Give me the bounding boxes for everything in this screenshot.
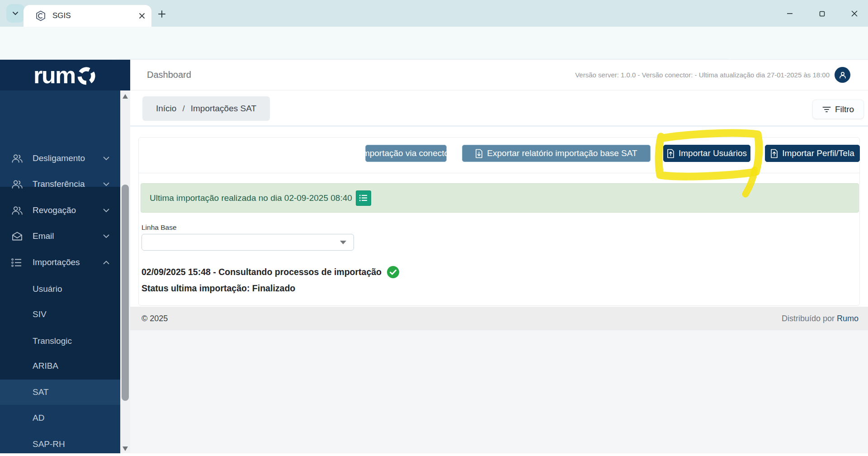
tab-close-icon[interactable] <box>139 13 145 19</box>
sidebar-item-label: ARIBA <box>33 361 120 371</box>
button-label: Importar Usuários <box>679 148 747 158</box>
users-icon <box>11 179 23 190</box>
file-up-icon <box>770 149 778 158</box>
sidebar-item-revogacao[interactable]: Revogação <box>0 198 120 223</box>
sidebar: DesligamentoTransferênciaRevogaçãoEmailI… <box>0 60 130 456</box>
version-text: Versão server: 1.0.0 - Versão conector: … <box>575 71 830 79</box>
sidebar-item-importacoes[interactable]: Importações <box>0 250 120 275</box>
sidebar-item-sat[interactable]: SAT <box>0 380 120 405</box>
sgis-favicon-icon <box>35 10 46 21</box>
sidebar-item-usuario[interactable]: Usuário <box>0 276 120 302</box>
chevron-down-icon <box>103 209 109 213</box>
sidebar-item-label: SIV <box>33 309 120 319</box>
sidebar-item-sap-rh[interactable]: SAP-RH <box>0 432 120 456</box>
status-line-1: 02/09/2025 15:48 - Consultando processos… <box>142 266 399 278</box>
linha-base-select[interactable] <box>142 234 354 251</box>
browser-toolbar: sgis.web.rumolog.com/#/importacaoSAT <box>0 27 868 60</box>
sidebar-item-label: Revogação <box>33 205 103 215</box>
filter-button-label: Filtro <box>835 104 854 114</box>
status-line-2-text: Status ultima importação: Finalizado <box>142 283 295 294</box>
breadcrumb: Início / Importações SAT <box>142 96 270 121</box>
status-line-2: Status ultima importação: Finalizado <box>142 283 295 294</box>
sidebar-item-desligamento[interactable]: Desligamento <box>0 146 120 171</box>
sidebar-item-siv[interactable]: SIV <box>0 302 120 327</box>
screen: SGIS <box>0 0 868 456</box>
footer: © 2025 Distribuído por Rumo <box>130 307 868 330</box>
users-icon <box>11 205 23 216</box>
distributed-by-text: Distribuído por Rumo <box>782 314 859 323</box>
tab-title: SGIS <box>52 11 139 20</box>
breadcrumb-home-link[interactable]: Início <box>156 104 176 114</box>
logo-band: rum <box>0 60 130 90</box>
list-icon <box>11 258 23 267</box>
rumo-link[interactable]: Rumo <box>837 314 859 323</box>
copyright-text: © 2025 <box>142 314 168 323</box>
sidebar-item-label: Usuário <box>33 284 120 294</box>
sidebar-item-label: SAT <box>33 387 120 397</box>
tab-search-button[interactable] <box>6 4 24 23</box>
rumo-logo: rum <box>33 63 75 87</box>
importar-usuarios-button[interactable]: Importar Usuários <box>663 145 750 162</box>
button-label: Importar Perfil/Tela <box>782 148 854 158</box>
filter-icon <box>822 106 831 113</box>
sidebar-item-ariba[interactable]: ARIBA <box>0 353 120 379</box>
sidebar-item-transferencia[interactable]: Transferência <box>0 171 120 197</box>
sidebar-item-label: Importações <box>33 257 103 267</box>
sidebar-item-label: Desligamento <box>33 153 103 163</box>
person-icon <box>838 71 847 80</box>
chevron-down-icon <box>103 234 109 238</box>
button-label: Exportar relatório importação base SAT <box>487 148 637 158</box>
breadcrumb-current: Importações SAT <box>191 104 256 114</box>
chevron-up-icon <box>103 261 109 265</box>
button-label: Importação via conector <box>360 148 452 158</box>
content-card <box>138 137 860 306</box>
browser-tab-strip: SGIS <box>0 0 868 27</box>
window-minimize-button[interactable] <box>779 5 801 22</box>
breadcrumb-separator: / <box>182 104 184 114</box>
sidebar-item-translogic[interactable]: Translogic <box>0 328 120 354</box>
user-avatar-button[interactable] <box>835 67 850 83</box>
file-up-icon <box>667 149 675 158</box>
scrollbar-up-icon[interactable] <box>123 94 128 99</box>
select-caret-icon <box>340 241 346 244</box>
chevron-down-icon <box>103 157 109 161</box>
chevron-down-icon <box>12 11 19 15</box>
sidebar-item-label: AD <box>33 413 120 423</box>
browser-tab[interactable]: SGIS <box>24 5 151 27</box>
page-title: Dashboard <box>147 70 191 80</box>
success-alert: Ultima importação realizada no dia 02-09… <box>141 183 859 213</box>
chevron-down-icon <box>103 182 109 186</box>
window-maximize-button[interactable] <box>811 5 833 22</box>
sidebar-item-label: SAP-RH <box>33 439 120 449</box>
status-line-1-text: 02/09/2025 15:48 - Consultando processos… <box>142 267 382 277</box>
users-icon <box>11 153 23 164</box>
exportar-relatorio-importacao-base-sat-button[interactable]: Exportar relatório importação base SAT <box>462 145 651 162</box>
sidebar-item-label: Email <box>33 231 103 241</box>
mail-icon <box>11 231 23 241</box>
rumo-logo-swirl-icon <box>76 65 97 86</box>
app-header: Dashboard Versão server: 1.0.0 - Versão … <box>130 60 868 90</box>
new-tab-button[interactable] <box>155 7 169 21</box>
sidebar-item-label: Transferência <box>33 179 103 189</box>
section-divider <box>130 125 868 127</box>
check-circle-icon <box>387 266 399 278</box>
importacao-via-conector-button[interactable]: Importação via conector <box>365 145 447 162</box>
file-down-icon <box>475 149 483 158</box>
sidebar-scrollbar-thumb[interactable] <box>122 185 129 401</box>
window-close-button[interactable] <box>844 5 865 22</box>
sidebar-item-label: Translogic <box>33 336 120 346</box>
linha-base-label: Linha Base <box>142 223 177 232</box>
below-footer-area <box>130 330 868 453</box>
sidebar-item-ad[interactable]: AD <box>0 405 120 431</box>
filter-button[interactable]: Filtro <box>812 100 864 119</box>
alert-details-button[interactable] <box>356 190 371 206</box>
scrollbar-down-icon[interactable] <box>123 446 128 451</box>
importar-perfil-tela-button[interactable]: Importar Perfil/Tela <box>765 145 860 162</box>
window-bottom-strip <box>0 453 868 456</box>
distributed-by-prefix: Distribuído por <box>782 314 837 323</box>
card-header-border <box>138 173 860 173</box>
alert-text: Ultima importação realizada no dia 02-09… <box>150 193 352 203</box>
list-icon <box>359 194 368 202</box>
sidebar-item-email[interactable]: Email <box>0 223 120 249</box>
